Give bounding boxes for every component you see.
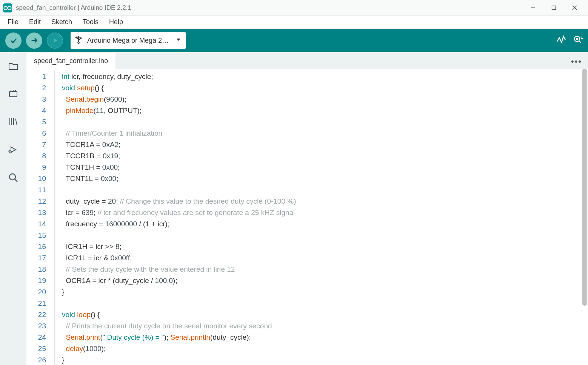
code-line[interactable]: } [62,286,577,298]
verify-button[interactable] [5,32,22,49]
line-number: 19 [26,275,46,286]
code-line[interactable]: TCCR1B = 0x19; [62,150,577,162]
upload-button[interactable] [26,32,42,49]
svg-point-15 [576,38,578,40]
chevron-down-icon [176,37,181,44]
code-line[interactable]: void loop() { [62,309,577,320]
search-button[interactable] [6,170,21,185]
library-manager-button[interactable] [6,114,21,129]
svg-marker-5 [54,39,57,43]
line-number: 3 [26,94,46,105]
svg-rect-1 [552,6,556,10]
code-line[interactable]: int icr, frecuency, duty_cycle; [62,71,577,82]
line-number: 18 [26,264,46,275]
code-content[interactable]: int icr, frecuency, duty_cycle;void setu… [62,71,588,365]
code-line[interactable]: icr = 639; // icr and frecuency values a… [62,207,577,218]
debug-button[interactable] [47,32,63,49]
line-number: 1 [26,71,46,82]
line-number: 12 [26,196,46,207]
code-line[interactable]: ICR1L = icr & 0x00ff; [62,252,577,264]
line-number: 26 [26,354,46,365]
menu-file[interactable]: File [2,17,24,28]
svg-marker-26 [11,147,16,152]
line-number: 10 [26,173,46,184]
line-number: 13 [26,207,46,218]
code-line[interactable] [62,298,577,309]
menu-help[interactable]: Help [104,17,128,28]
code-line[interactable]: TCNT1L = 0x00; [62,173,577,184]
app-icon [3,3,12,12]
code-line[interactable]: void setup() { [62,82,577,94]
maximize-button[interactable] [543,0,564,16]
toolbar: Arduino Mega or Mega 2… [0,29,588,52]
svg-marker-12 [177,39,180,41]
vertical-scrollbar[interactable] [582,69,587,365]
tab-bar: speed_fan_controller.ino ••• [26,52,588,69]
line-number: 15 [26,230,46,241]
code-line[interactable]: pinMode(11, OUTPUT); [62,105,577,116]
title-bar: speed_fan_controller | Arduino IDE 2.2.1 [0,0,588,16]
code-line[interactable]: // Prints the current duty cycle on the … [62,320,577,332]
code-editor[interactable]: 1234567891011121314151617181920212223242… [26,69,588,365]
code-line[interactable]: TCNT1H = 0x00; [62,162,577,173]
line-number: 16 [26,241,46,252]
code-line[interactable]: duty_cycle = 20; // Change this value to… [62,196,577,207]
menu-sketch[interactable]: Sketch [46,17,77,28]
line-number: 7 [26,139,46,150]
main-area: speed_fan_controller.ino ••• 12345678910… [0,52,588,365]
code-line[interactable]: Serial.begin(9600); [62,94,577,105]
menu-bar: FileEditSketchToolsHelp [0,16,588,29]
line-number: 20 [26,286,46,298]
line-number: 4 [26,105,46,116]
line-number: 2 [26,82,46,94]
svg-rect-18 [9,91,17,97]
svg-line-14 [579,41,581,43]
code-line[interactable]: } [62,354,577,365]
code-line[interactable] [62,230,577,241]
code-line[interactable]: // Sets the duty cycle with the value en… [62,264,577,275]
board-selector[interactable]: Arduino Mega or Mega 2… [71,32,186,49]
serial-monitor-icon[interactable] [573,35,583,46]
code-line[interactable]: Serial.print(" Duty cycle (%) = "); Seri… [62,332,577,343]
code-line[interactable]: TCCR1A = 0xA2; [62,139,577,150]
code-line[interactable]: frecuency = 16000000 / (1 + icr); [62,218,577,230]
code-line[interactable] [62,116,577,128]
line-number: 9 [26,162,46,173]
line-number: 5 [26,116,46,128]
tab-menu-button[interactable]: ••• [571,57,582,67]
code-line[interactable]: delay(1000); [62,343,577,354]
menu-edit[interactable]: Edit [24,17,46,28]
line-gutter: 1234567891011121314151617181920212223242… [26,71,54,365]
svg-rect-11 [80,38,81,39]
boards-manager-button[interactable] [6,86,21,101]
line-number: 22 [26,309,46,320]
line-number: 8 [26,150,46,162]
code-line[interactable]: OCR1A = icr * (duty_cycle / 100.0); [62,275,577,286]
serial-plotter-icon[interactable] [556,35,566,46]
svg-point-9 [76,37,77,38]
svg-line-25 [15,119,17,125]
scrollbar-thumb[interactable] [582,69,587,306]
code-line[interactable]: // Timer/Counter 1 initialization [62,128,577,139]
line-number: 11 [26,184,46,196]
minimize-button[interactable] [523,0,543,16]
toolbar-right [556,35,583,46]
line-number: 21 [26,298,46,309]
board-name: Arduino Mega or Mega 2… [87,37,171,45]
line-number: 17 [26,252,46,264]
sketchbook-button[interactable] [6,58,21,73]
code-line[interactable]: ICR1H = icr >> 8; [62,241,577,252]
usb-icon [75,36,82,45]
tab-file[interactable]: speed_fan_controller.ino [26,53,115,69]
code-line[interactable] [62,184,577,196]
sidebar [0,52,26,365]
line-number: 25 [26,343,46,354]
debug-panel-button[interactable] [6,142,21,157]
menu-tools[interactable]: Tools [77,17,104,28]
svg-point-27 [9,151,11,153]
svg-point-31 [9,174,15,180]
close-button[interactable] [564,0,585,16]
fold-bar [54,71,57,365]
line-number: 14 [26,218,46,230]
editor-area: speed_fan_controller.ino ••• 12345678910… [26,52,588,365]
